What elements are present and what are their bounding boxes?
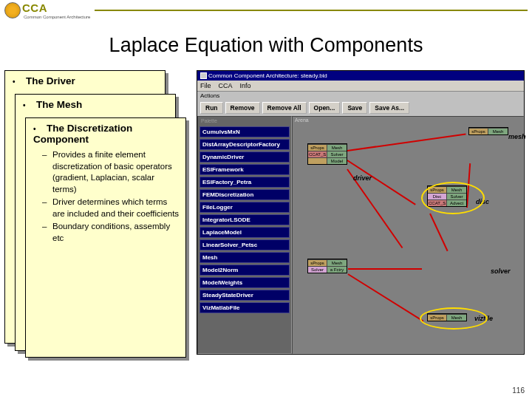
port-label: Solver [308, 267, 327, 273]
card-disc-body: Provides a finite element discretization… [26, 146, 185, 250]
palette-item[interactable]: DynamicDriver [200, 151, 290, 163]
logo-subtitle: Common Component Architecture [24, 15, 90, 19]
port-label: Mesh [327, 145, 347, 151]
component-label-mesh: mesh [508, 133, 526, 140]
open-button[interactable]: Open... [309, 102, 341, 114]
palette-item[interactable]: FileLogger [200, 202, 290, 213]
component-solver[interactable]: sPropsMesh Solvera Fctry [307, 259, 347, 273]
port-label: Solver [327, 151, 347, 157]
palette-item[interactable]: ModelWeights [200, 277, 290, 288]
remove-all-button[interactable]: Remove All [262, 102, 307, 114]
card-driver-title: •The Driver [5, 71, 165, 88]
menubar: File CCA Info [197, 81, 524, 92]
palette-item[interactable]: SteadyStateDriver [200, 290, 290, 301]
port-label: Solver [447, 194, 466, 200]
card-disc-item: Driver determines which terms are includ… [52, 197, 180, 219]
palette-item[interactable]: Model2Norm [200, 265, 290, 276]
port-label: sProps [428, 315, 447, 321]
header: CCA Common Component Architecture [0, 0, 532, 21]
palette-item[interactable]: LinearSolver_Petsc [200, 239, 290, 250]
palette-item[interactable]: IntegratorLSODE [200, 214, 290, 225]
arena-panel[interactable]: Arena sPropsMesh mesh sPropsMesh CCAT_SS… [292, 116, 524, 354]
port-label: CCAT_S [308, 151, 327, 157]
component-vizfile[interactable]: sPropsMesh [427, 313, 467, 321]
card-discretization: •The Discretization Component Provides a… [25, 117, 186, 358]
actions-label: Actions [197, 92, 524, 100]
card-disc-title: •The Discretization Component [26, 118, 185, 146]
window-titlebar: Common Component Architecture: steady.bl… [197, 71, 524, 81]
port-label: Mesh [327, 260, 347, 266]
card-mesh-title: •The Mesh [16, 95, 175, 112]
save-button[interactable]: Save [342, 102, 367, 114]
card-disc-item: Provides a finite element discretization… [52, 149, 180, 195]
card-driver-label: The Driver [26, 75, 75, 86]
window-title: Common Component Architecture: steady.bl… [208, 72, 327, 79]
logo: CCA Common Component Architecture [4, 1, 90, 19]
palette-item[interactable]: Mesh [200, 252, 290, 263]
connection-line [429, 214, 448, 252]
header-rule [95, 10, 528, 11]
port-label: Disc [428, 194, 447, 200]
palette-item[interactable]: ESIFactory_Petra [200, 177, 290, 188]
component-driver[interactable]: sPropsMesh CCAT_SSolver Model [307, 143, 347, 165]
port-label: Mesh [447, 187, 466, 193]
port-label: sProps [308, 260, 327, 266]
run-button[interactable]: Run [200, 102, 223, 114]
palette-item[interactable]: CumulvsMxN [200, 126, 290, 137]
workspace: Palette CumulvsMxN DistArrayDescriptorFa… [197, 116, 524, 354]
palette-panel: Palette CumulvsMxN DistArrayDescriptorFa… [197, 116, 292, 354]
port-label: Model [327, 158, 347, 164]
port-label: CCAT_S [428, 200, 447, 206]
card-stack: •The Driver •The Mesh •The Discretizatio… [4, 70, 189, 362]
cca-builder-window: Common Component Architecture: steady.bl… [197, 70, 525, 355]
component-label-vizfile: vizfile [474, 315, 493, 322]
connection-line [347, 133, 466, 151]
component-label-disc: disc [476, 198, 489, 205]
palette-item[interactable]: VizMatlabFile [200, 302, 290, 313]
card-mesh-label: The Mesh [36, 99, 82, 110]
port-label: sProps [428, 187, 447, 193]
arena-label: Arena [293, 117, 523, 123]
menu-file[interactable]: File [200, 82, 211, 89]
port-label: sProps [469, 129, 488, 134]
palette-item[interactable]: ESIFramework [200, 164, 290, 175]
port-label: Mesh [488, 129, 508, 134]
palette-item[interactable]: FEMDiscretization [200, 189, 290, 200]
port-label: Mesh [447, 315, 466, 321]
cca-logo-icon [4, 2, 21, 18]
page-number: 116 [512, 386, 525, 395]
component-mesh[interactable]: sPropsMesh [468, 127, 508, 135]
component-label-solver: solver [491, 267, 511, 275]
component-disc[interactable]: sPropsMesh DiscSolver CCAT_SAdvect [427, 185, 467, 207]
save-as-button[interactable]: Save As... [369, 102, 409, 114]
remove-button[interactable]: Remove [225, 102, 260, 114]
body: •The Driver •The Mesh •The Discretizatio… [0, 70, 532, 362]
card-disc-item: Boundary conditions, assembly etc [52, 221, 180, 244]
palette-item[interactable]: LaplaceModel [200, 227, 290, 238]
connection-line [348, 268, 422, 270]
component-label-driver: driver [353, 174, 372, 182]
palette-label: Palette [200, 118, 290, 125]
menu-info[interactable]: Info [240, 82, 251, 89]
slide-title: Laplace Equation with Components [30, 34, 502, 57]
card-disc-label: The Discretization Component [33, 123, 132, 145]
port-label: a Fctry [327, 267, 347, 273]
port-label: Advect [447, 200, 466, 206]
port-label: sProps [308, 145, 327, 151]
menu-cca[interactable]: CCA [219, 82, 233, 89]
connection-line [347, 273, 423, 321]
logo-text: CCA [22, 1, 90, 14]
toolbar: Run Remove Remove All Open... Save Save … [197, 100, 524, 116]
window-control-icon[interactable] [200, 72, 207, 79]
port-label [308, 158, 327, 164]
palette-item[interactable]: DistArrayDescriptorFactory [200, 139, 290, 150]
